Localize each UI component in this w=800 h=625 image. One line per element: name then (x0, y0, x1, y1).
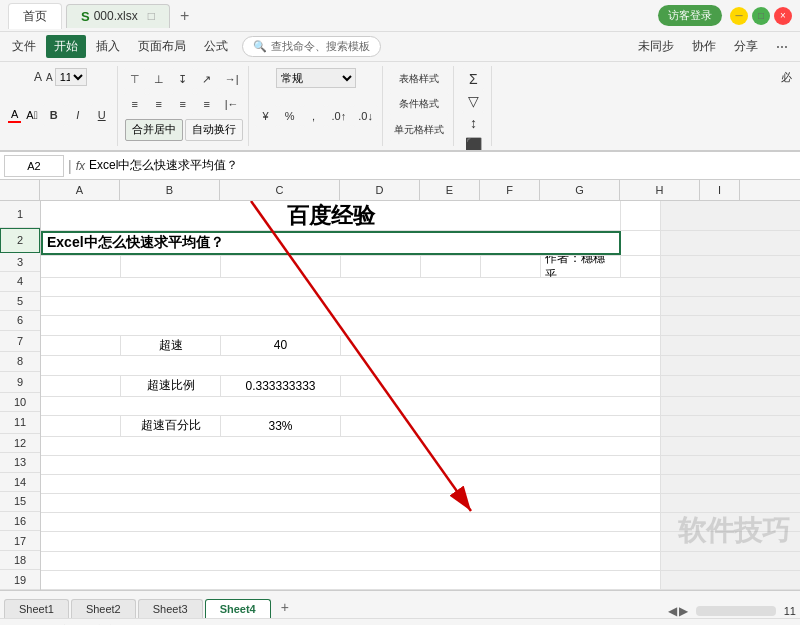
text-rotate-btn[interactable]: ↗ (196, 68, 218, 90)
merge-center-btn[interactable]: 合并居中 (125, 119, 183, 141)
cell-17[interactable] (41, 532, 661, 550)
cell-author[interactable]: 作者：穗穗乎 (541, 256, 621, 277)
row-header-15[interactable]: 15 (0, 492, 40, 512)
menu-file[interactable]: 文件 (4, 35, 44, 58)
col-header-c[interactable]: C (220, 180, 340, 200)
cell-question[interactable]: Excel中怎么快速求平均值？ (41, 231, 621, 255)
row-header-14[interactable]: 14 (0, 473, 40, 493)
cell-8[interactable] (41, 356, 661, 374)
cell-18[interactable] (41, 552, 661, 570)
cell-9a[interactable] (41, 376, 121, 396)
cell-4[interactable] (41, 278, 661, 296)
sheet-tab-2[interactable]: Sheet2 (71, 599, 136, 618)
cell-11a[interactable] (41, 416, 121, 436)
cell-7def[interactable] (341, 336, 661, 356)
cell-title[interactable]: 百度经验 (41, 201, 621, 230)
cell-3f[interactable] (481, 256, 541, 277)
row-header-19[interactable]: 19 (0, 570, 40, 590)
indent-btn[interactable]: →| (220, 68, 244, 90)
outdent-btn[interactable]: |← (220, 93, 244, 115)
cell-2i[interactable] (621, 231, 661, 255)
menu-formula[interactable]: 公式 (196, 35, 236, 58)
col-header-d[interactable]: D (340, 180, 420, 200)
close-button[interactable]: × (774, 7, 792, 25)
row-header-13[interactable]: 13 (0, 453, 40, 473)
currency-btn[interactable]: ¥ (255, 105, 277, 127)
row-header-12[interactable]: 12 (0, 434, 40, 454)
align-right-btn[interactable]: ≡ (172, 93, 194, 115)
cell-19[interactable] (41, 571, 661, 589)
cell-16[interactable] (41, 513, 661, 531)
underline-btn[interactable]: U (91, 104, 113, 126)
scroll-left-btn[interactable]: ◀ (668, 604, 677, 618)
font-size-select[interactable]: 111214 (55, 68, 87, 86)
menu-insert[interactable]: 插入 (88, 35, 128, 58)
row-header-5[interactable]: 5 (0, 292, 40, 312)
italic-btn[interactable]: I (67, 104, 89, 126)
cell-7a[interactable] (41, 336, 121, 356)
col-header-f[interactable]: F (480, 180, 540, 200)
menu-sync[interactable]: 未同步 (630, 35, 682, 58)
dec-decrease-btn[interactable]: .0↓ (353, 105, 378, 127)
align-center-btn[interactable]: ≡ (148, 93, 170, 115)
row-header-8[interactable]: 8 (0, 352, 40, 372)
dec-increase-btn[interactable]: .0↑ (327, 105, 352, 127)
cell-14[interactable] (41, 475, 661, 493)
sort-btn[interactable]: ↕ (462, 112, 484, 134)
cell-9c[interactable]: 0.333333333 (221, 376, 341, 396)
cell-7c[interactable]: 40 (221, 336, 341, 356)
scroll-right-btn[interactable]: ▶ (679, 604, 688, 618)
row-header-16[interactable]: 16 (0, 512, 40, 532)
row-header-3[interactable]: 3 (0, 253, 40, 273)
cond-format-btn[interactable]: 条件格式 (389, 93, 449, 115)
add-sheet-button[interactable]: + (273, 596, 297, 618)
cell-reference-input[interactable] (4, 155, 64, 177)
cell-5[interactable] (41, 297, 661, 315)
row-header-4[interactable]: 4 (0, 272, 40, 292)
fill-btn[interactable]: ⬛ (460, 134, 487, 152)
percent-btn[interactable]: % (279, 105, 301, 127)
cell-11c[interactable]: 33% (221, 416, 341, 436)
col-header-h[interactable]: H (620, 180, 700, 200)
cell-9b[interactable]: 超速比例 (121, 376, 221, 396)
sheet-tab-1[interactable]: Sheet1 (4, 599, 69, 618)
cell-15[interactable] (41, 494, 661, 512)
menu-start[interactable]: 开始 (46, 35, 86, 58)
col-header-e[interactable]: E (420, 180, 480, 200)
cell-3e[interactable] (421, 256, 481, 277)
col-header-i[interactable]: I (700, 180, 740, 200)
cell-3b[interactable] (121, 256, 221, 277)
col-header-g[interactable]: G (540, 180, 620, 200)
cell-13[interactable] (41, 456, 661, 474)
cell-12[interactable] (41, 437, 661, 455)
row-header-9[interactable]: 9 (0, 372, 40, 393)
cell-6[interactable] (41, 316, 661, 334)
filter-btn[interactable]: ▽ (462, 90, 484, 112)
cell-3a[interactable] (41, 256, 121, 277)
cell-11def[interactable] (341, 416, 661, 436)
row-header-7[interactable]: 7 (0, 331, 40, 352)
menu-pagelayout[interactable]: 页面布局 (130, 35, 194, 58)
login-button[interactable]: 访客登录 (658, 5, 722, 26)
thousand-btn[interactable]: , (303, 105, 325, 127)
align-middle-btn[interactable]: ⊥ (148, 68, 170, 90)
font-color-btn[interactable]: A (8, 107, 21, 123)
row-header-1[interactable]: 1 (0, 201, 40, 228)
formula-input[interactable] (89, 155, 796, 177)
row-header-6[interactable]: 6 (0, 311, 40, 331)
cell-11b[interactable]: 超速百分比 (121, 416, 221, 436)
col-header-b[interactable]: B (120, 180, 220, 200)
horizontal-scrollbar[interactable] (696, 606, 776, 616)
row-header-18[interactable]: 18 (0, 551, 40, 571)
sum-btn[interactable]: Σ (462, 68, 484, 90)
minimize-button[interactable]: ─ (730, 7, 748, 25)
align-bottom-btn[interactable]: ↧ (172, 68, 194, 90)
align-justify-btn[interactable]: ≡ (196, 93, 218, 115)
cell-1i[interactable] (621, 201, 661, 230)
cell-10[interactable] (41, 397, 661, 415)
cell-3d[interactable] (341, 256, 421, 277)
auto-wrap-btn[interactable]: 自动换行 (185, 119, 243, 141)
row-header-2[interactable]: 2 (0, 228, 40, 253)
cell-style-btn[interactable]: 单元格样式 (389, 119, 449, 141)
row-header-10[interactable]: 10 (0, 393, 40, 413)
